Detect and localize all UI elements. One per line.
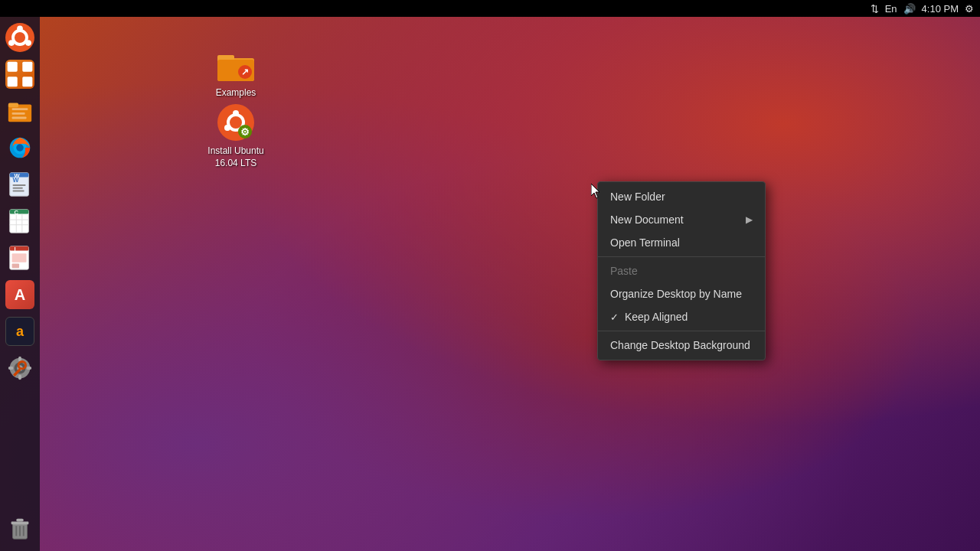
menu-item-new-folder-label: New Folder (610, 191, 665, 203)
topbar: Ubuntu Desktop ⇅ En 🔊 4:10 PM ⚙ (0, 0, 980, 17)
svg-rect-34 (13, 187, 23, 189)
desktop-icon-install-ubuntu[interactable]: ⚙ Install Ubuntu16.04 LTS (205, 103, 266, 169)
svg-text:⚙: ⚙ (240, 126, 250, 138)
svg-rect-55 (27, 367, 32, 370)
svg-rect-49 (12, 264, 19, 269)
svg-text:I: I (14, 246, 15, 253)
menu-separator-1 (598, 256, 765, 257)
new-document-arrow-icon: ▶ (746, 214, 753, 225)
topbar-title: Ubuntu Desktop (6, 2, 94, 15)
system-settings-icon[interactable]: ⚙ (965, 3, 974, 15)
svg-rect-20 (8, 77, 18, 86)
svg-rect-53 (18, 375, 21, 380)
svg-point-15 (17, 26, 23, 32)
svg-rect-35 (13, 191, 24, 192)
network-icon[interactable]: ⇅ (871, 3, 879, 15)
desktop-icon-examples[interactable]: ↗ Examples (205, 44, 266, 99)
svg-rect-19 (22, 62, 32, 72)
launcher-item-apps[interactable] (3, 57, 37, 91)
install-ubuntu-label: Install Ubuntu16.04 LTS (207, 145, 263, 169)
menu-item-organize-label: Organize Desktop by Name (610, 288, 742, 300)
menu-item-change-background-label: Change Desktop Background (610, 339, 750, 351)
ubuntu-logo (5, 23, 34, 52)
install-svg: ⚙ (216, 103, 256, 142)
svg-point-29 (16, 144, 23, 151)
svg-rect-60 (16, 519, 23, 522)
svg-point-14 (13, 31, 27, 44)
svg-rect-26 (12, 117, 27, 119)
launcher-item-calc[interactable]: C (3, 204, 37, 238)
launcher-item-ubuntu-home[interactable] (3, 21, 37, 54)
svg-text:↗: ↗ (241, 67, 249, 77)
install-ubuntu-icon: ⚙ (216, 103, 256, 142)
examples-label: Examples (216, 87, 256, 99)
launcher-item-files[interactable] (3, 94, 37, 128)
svg-point-17 (8, 40, 15, 46)
launcher-sidebar: W W C I A (0, 17, 40, 551)
svg-rect-25 (12, 112, 25, 115)
launcher-item-trash[interactable] (3, 511, 37, 545)
time-display: 4:10 PM (922, 3, 959, 15)
topbar-right-area: ⇅ En 🔊 4:10 PM ⚙ (871, 3, 974, 15)
launcher-item-font-manager[interactable]: A (3, 278, 37, 311)
svg-rect-48 (12, 253, 27, 262)
examples-folder-icon: ↗ (216, 44, 256, 84)
menu-item-paste-label: Paste (610, 265, 638, 277)
svg-rect-18 (8, 62, 18, 72)
keyboard-layout-indicator[interactable]: En (885, 3, 897, 15)
svg-point-16 (25, 40, 31, 46)
menu-item-keep-aligned-label: ✓ Keep Aligned (610, 311, 688, 323)
menu-item-organize[interactable]: Organize Desktop by Name (598, 282, 765, 305)
svg-rect-54 (8, 367, 14, 370)
menu-item-new-document-label: New Document (610, 214, 684, 226)
svg-rect-39 (10, 210, 29, 214)
launcher-item-amazon[interactable]: a (3, 315, 37, 348)
menu-item-paste: Paste (598, 259, 765, 282)
menu-item-change-background[interactable]: Change Desktop Background (598, 334, 765, 357)
launcher-item-firefox[interactable] (3, 131, 37, 165)
svg-rect-59 (11, 521, 29, 524)
launcher-item-writer[interactable]: W W (3, 168, 37, 201)
sound-icon[interactable]: 🔊 (903, 3, 916, 15)
menu-item-new-document[interactable]: New Document ▶ (598, 208, 765, 231)
svg-point-8 (233, 110, 239, 116)
svg-rect-23 (8, 103, 18, 108)
svg-rect-24 (12, 108, 28, 110)
menu-item-open-terminal-label: Open Terminal (610, 236, 680, 249)
menu-separator-2 (598, 331, 765, 331)
launcher-item-impress[interactable]: I (3, 241, 37, 275)
launcher-item-system-settings[interactable] (3, 351, 37, 385)
menu-item-keep-aligned[interactable]: ✓ Keep Aligned (598, 305, 765, 328)
folder-svg: ↗ (216, 44, 256, 84)
svg-text:W: W (14, 172, 20, 179)
svg-point-10 (224, 125, 230, 131)
desktop[interactable]: ↗ Examples ⚙ Install Ubuntu16.04 LTS New… (0, 17, 980, 551)
menu-item-new-folder[interactable]: New Folder (598, 185, 765, 208)
context-menu: New Folder New Document ▶ Open Terminal … (597, 181, 766, 360)
svg-rect-46 (10, 246, 29, 251)
menu-item-open-terminal[interactable]: Open Terminal (598, 231, 765, 254)
svg-rect-33 (13, 184, 26, 186)
svg-rect-21 (22, 77, 32, 86)
